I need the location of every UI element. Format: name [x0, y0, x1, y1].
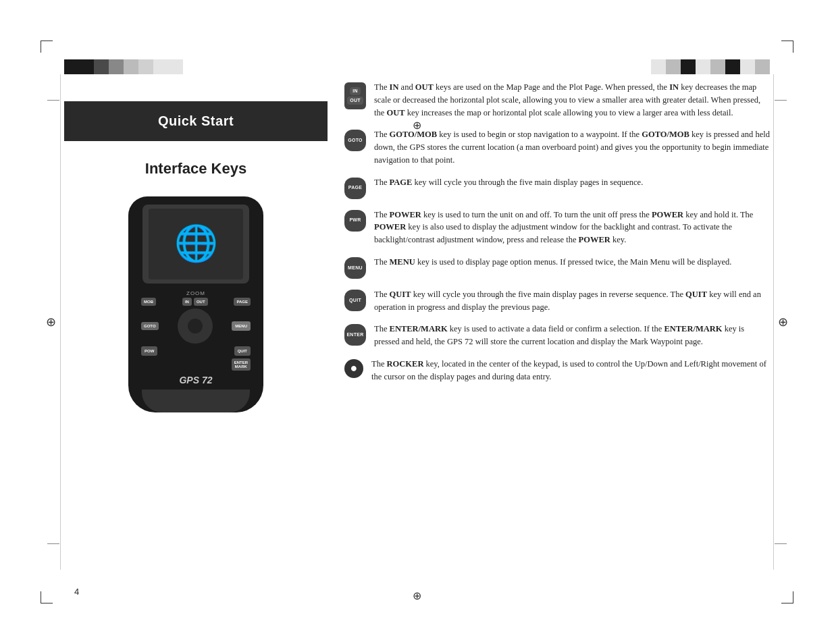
hbar-right-top: [775, 100, 787, 101]
key-icon-in-out: INOUT: [344, 82, 366, 109]
hbar-left-bot: [47, 543, 59, 544]
reg-sq-1: [64, 59, 79, 74]
key-entry-power: PWRThe POWER key is used to turn the uni…: [344, 209, 770, 246]
crosshair-bottom-icon: ⊕: [413, 589, 421, 602]
key-text-enter: The ENTER/MARK key is used to activate a…: [374, 323, 770, 348]
btn-row-1: MOB IN OUT PAGE: [138, 298, 253, 306]
hbar-right-bot: [775, 543, 787, 544]
reg-sq-r8: [755, 59, 770, 74]
quick-start-banner: Quick Start: [64, 101, 328, 141]
key-icon-enter: ENTER: [344, 324, 366, 346]
reg-sq-7: [153, 59, 168, 74]
enter-button: ENTERMARK: [232, 358, 251, 371]
key-icon-rocker: ●: [344, 359, 363, 378]
quit-button: QUIT: [234, 346, 251, 356]
key-icon-menu: MENU: [344, 257, 366, 279]
key-entry-enter: ENTERThe ENTER/MARK key is used to activ…: [344, 323, 770, 348]
key-text-goto: The GOTO/MOB key is used to begin or sto…: [374, 128, 770, 166]
device-buttons-area: ZOOM MOB IN OUT PAGE GOTO MENU: [138, 290, 253, 371]
crop-mark-tr: [781, 41, 793, 53]
device-screen-inner: 🌐: [149, 209, 243, 279]
reg-sq-r5: [710, 59, 725, 74]
reg-sq-r6: [725, 59, 740, 74]
vline-right: [773, 74, 774, 570]
reg-sq-r3: [681, 59, 696, 74]
reg-sq-6: [138, 59, 153, 74]
out-button: OUT: [194, 298, 208, 306]
key-text-quit: The QUIT key will cycle you through the …: [374, 288, 770, 314]
reg-sq-r2: [666, 59, 681, 74]
key-icon-quit: QUIT: [344, 290, 366, 311]
key-text-menu: The MENU key is used to display page opt…: [374, 256, 770, 269]
key-entry-rocker: ●The ROCKER key, located in the center o…: [344, 358, 770, 383]
right-column: INOUTThe IN and OUT keys are used on the…: [344, 81, 770, 576]
key-entry-quit: QUITThe QUIT key will cycle you through …: [344, 288, 770, 314]
reg-squares-left: [64, 59, 183, 74]
vline-left: [60, 74, 61, 570]
crosshair-right-icon: ⊕: [778, 315, 788, 329]
key-entry-in-out: INOUTThe IN and OUT keys are used on the…: [344, 81, 770, 119]
device-container: 🌐 ZOOM MOB IN OUT PAGE GOTO: [64, 196, 328, 412]
rocker-center: [188, 319, 203, 333]
globe-icon: 🌐: [174, 226, 218, 261]
reg-sq-2: [79, 59, 94, 74]
crop-mark-bl: [41, 591, 53, 603]
reg-sq-4: [109, 59, 124, 74]
device-bottom: [142, 390, 250, 412]
reg-sq-r4: [696, 59, 710, 74]
reg-sq-5: [124, 59, 138, 74]
crosshair-left-icon: ⊕: [46, 315, 56, 329]
reg-sq-r7: [740, 59, 755, 74]
key-entry-menu: MENUThe MENU key is used to display page…: [344, 256, 770, 279]
mob-button: MOB: [141, 298, 156, 306]
reg-sq-3: [94, 59, 109, 74]
device-screen: 🌐: [142, 205, 249, 284]
key-text-page: The PAGE key will cycle you through the …: [374, 176, 770, 189]
goto-button: GOTO: [141, 322, 159, 330]
hbar-left-top: [47, 100, 59, 101]
key-text-in-out: The IN and OUT keys are used on the Map …: [374, 81, 770, 119]
left-column: Quick Start Interface Keys 🌐 ZOOM MOB IN: [64, 81, 328, 576]
power-button: POW: [141, 346, 157, 356]
key-entry-goto: GOTOThe GOTO/MOB key is used to begin or…: [344, 128, 770, 166]
key-entry-page: PAGEThe PAGE key will cycle you through …: [344, 176, 770, 199]
rocker-pad: [178, 308, 213, 344]
key-icon-power: PWR: [344, 210, 366, 232]
reg-squares-right: [651, 59, 770, 74]
page-number: 4: [74, 587, 79, 597]
page-button: PAGE: [234, 298, 251, 306]
registration-bar-top: ⊕: [64, 59, 770, 74]
key-text-rocker: The ROCKER key, located in the center of…: [371, 358, 770, 383]
gps-device: 🌐 ZOOM MOB IN OUT PAGE GOTO: [128, 196, 263, 412]
in-button: IN: [182, 298, 192, 306]
device-brand: GPS 72: [179, 375, 212, 385]
reg-sq-8: [168, 59, 183, 74]
crop-mark-tl: [41, 41, 53, 53]
menu-button: MENU: [232, 321, 251, 331]
interface-keys-heading: Interface Keys: [64, 160, 328, 178]
crop-mark-br: [781, 591, 793, 603]
key-icon-goto: GOTO: [344, 130, 366, 151]
key-icon-page: PAGE: [344, 178, 366, 199]
zoom-label: ZOOM: [138, 290, 253, 296]
key-text-power: The POWER key is used to turn the unit o…: [374, 209, 770, 246]
reg-sq-r1: [651, 59, 666, 74]
